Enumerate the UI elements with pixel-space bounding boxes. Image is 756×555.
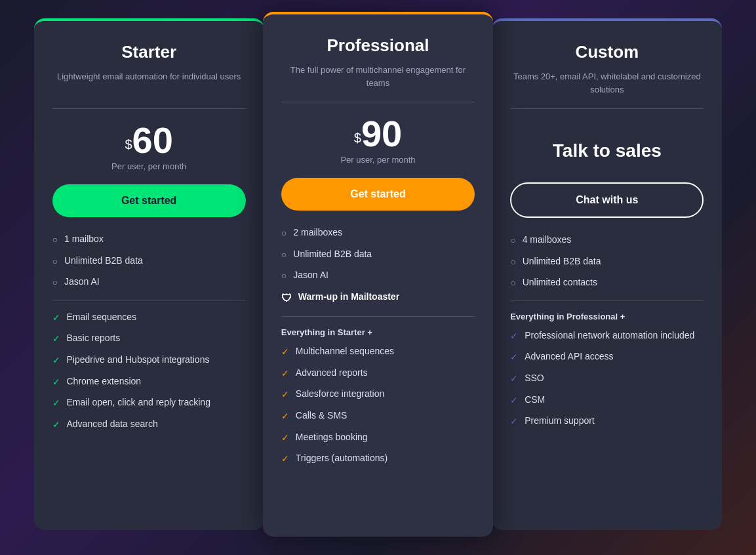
circle-icon: ○ [52, 255, 58, 268]
list-item: ○Unlimited B2B data [510, 255, 704, 269]
check-icon: ✓ [281, 453, 289, 466]
check-icon: ✓ [281, 432, 289, 445]
check-icon: ✓ [52, 376, 60, 389]
custom-divider-2 [510, 300, 704, 301]
circle-icon: ○ [510, 277, 515, 290]
professional-divider-1 [281, 102, 475, 102]
custom-title: Custom [510, 42, 704, 62]
professional-check-features: ✓Multichannel sequences ✓Advanced report… [281, 345, 475, 466]
professional-period: Per user, per month [281, 155, 475, 165]
pricing-cards: Starter Lightweight email automation for… [34, 18, 723, 537]
starter-divider-1 [52, 108, 246, 109]
list-item: ✓Multichannel sequences [281, 345, 475, 359]
list-item: ○Jason AI [52, 276, 246, 289]
list-item: ✓Advanced data search [52, 418, 246, 432]
list-item: ✓Salesforce integration [281, 388, 475, 401]
starter-plan-card: Starter Lightweight email automation for… [34, 18, 264, 530]
starter-cta-button[interactable]: Get started [52, 184, 246, 217]
starter-amount: 60 [132, 119, 173, 161]
check-icon: ✓ [510, 373, 518, 386]
list-item: ✓Advanced API access [510, 350, 704, 364]
check-icon: ✓ [52, 354, 60, 367]
circle-icon: ○ [281, 249, 287, 262]
starter-circle-features: ○1 mailbox ○Unlimited B2B data ○Jason AI [52, 233, 246, 289]
check-icon: ✓ [52, 419, 60, 432]
professional-circle-features: ○2 mailboxes ○Unlimited B2B data ○Jason … [281, 226, 475, 306]
list-item: ✓Calls & SMS [281, 409, 475, 423]
list-item: ○Unlimited contacts [510, 276, 704, 290]
custom-description: Teams 20+, email API, whitelabel and cus… [510, 70, 704, 98]
list-item: ○2 mailboxes [281, 226, 475, 240]
professional-title: Professional [281, 35, 475, 56]
circle-icon: ○ [52, 276, 58, 289]
check-icon: ✓ [510, 394, 518, 407]
list-item: ✓Basic reports [52, 332, 246, 346]
list-item: ✓SSO [510, 372, 704, 386]
list-item: ✓Triggers (automations) [281, 452, 475, 466]
starter-description: Lightweight email automation for individ… [52, 70, 246, 98]
circle-icon: ○ [510, 256, 515, 269]
list-item: ✓Advanced reports [281, 367, 475, 380]
list-item: ✓Premium support [510, 415, 704, 428]
list-item: ○4 mailboxes [510, 234, 704, 247]
list-item: ✓CSM [510, 394, 704, 407]
custom-plan-card: Custom Teams 20+, email API, whitelabel … [492, 18, 722, 530]
list-item: ✓Professional network automation include… [510, 329, 704, 343]
list-item: ○Jason AI [281, 269, 475, 283]
custom-divider-1 [510, 108, 704, 109]
list-item: ✓Email open, click and reply tracking [52, 396, 246, 410]
check-icon: ✓ [510, 415, 518, 428]
list-item: ✓Chrome extension [52, 375, 246, 389]
warm-up-feature: 🛡Warm-up in Mailtoaster [281, 291, 475, 306]
custom-circle-features: ○4 mailboxes ○Unlimited B2B data ○Unlimi… [510, 234, 704, 290]
check-icon: ✓ [281, 410, 289, 423]
custom-cta-button[interactable]: Chat with us [510, 182, 704, 218]
list-item: ○1 mailbox [52, 233, 246, 247]
professional-description: The full power of multichannel engagemen… [281, 64, 475, 91]
professional-price-block: $90 Per user, per month [281, 115, 475, 165]
circle-icon: ○ [281, 270, 287, 283]
starter-currency: $ [125, 137, 132, 152]
starter-price-block: $60 Per user, per month [52, 122, 246, 171]
starter-title: Starter [52, 42, 246, 62]
list-item: ○Unlimited B2B data [52, 255, 246, 268]
starter-period: Per user, per month [52, 161, 246, 171]
professional-amount: 90 [361, 113, 402, 154]
custom-check-features: ✓Professional network automation include… [510, 329, 704, 428]
list-item: ✓Pipedrive and Hubspot integrations [52, 354, 246, 367]
professional-section-label: Everything in Starter + [281, 327, 475, 337]
check-icon: ✓ [52, 333, 60, 346]
circle-icon: ○ [510, 234, 515, 247]
professional-currency: $ [354, 131, 361, 145]
check-icon: ✓ [510, 351, 518, 364]
custom-section-label: Everything in Professional + [510, 312, 704, 321]
talk-to-sales-label: Talk to sales [510, 140, 704, 161]
starter-check-features: ✓Email sequences ✓Basic reports ✓Pipedri… [52, 311, 246, 432]
starter-divider-2 [52, 300, 246, 300]
list-item: ✓Email sequences [52, 311, 246, 325]
mailtoaster-icon: 🛡 [281, 291, 292, 306]
professional-divider-2 [281, 316, 475, 317]
professional-cta-button[interactable]: Get started [281, 178, 475, 211]
check-icon: ✓ [281, 367, 289, 380]
check-icon: ✓ [281, 346, 289, 359]
circle-icon: ○ [281, 227, 287, 240]
check-icon: ✓ [281, 388, 289, 401]
professional-plan-card: Professional The full power of multichan… [263, 12, 493, 537]
check-icon: ✓ [510, 330, 518, 343]
circle-icon: ○ [52, 234, 58, 247]
check-icon: ✓ [52, 312, 60, 325]
list-item: ○Unlimited B2B data [281, 248, 475, 262]
check-icon: ✓ [52, 397, 60, 410]
list-item: ✓Meetings booking [281, 431, 475, 445]
